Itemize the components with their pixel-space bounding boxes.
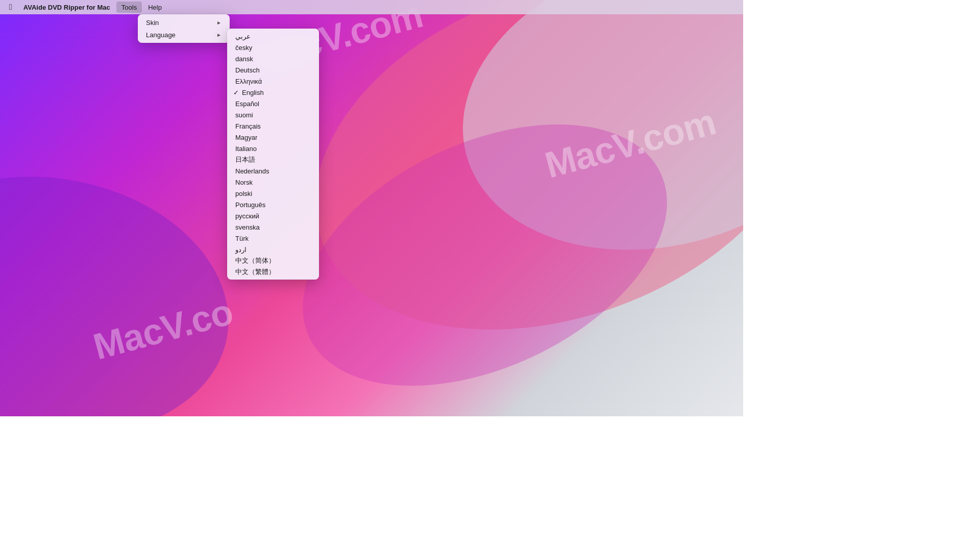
skin-submenu-arrow: ►: [216, 20, 222, 26]
tools-skin-label: Skin: [146, 19, 159, 27]
lang-label-greek: Ελληνικά: [235, 78, 262, 85]
apple-menu[interactable]: : [4, 2, 17, 13]
lang-item-russian[interactable]: русский: [227, 210, 319, 221]
lang-label-english: English: [242, 89, 264, 96]
lang-label-french: Français: [235, 122, 261, 130]
english-checkmark: ✓: [233, 89, 239, 96]
tools-skin-item[interactable]: Skin ►: [138, 16, 230, 29]
lang-item-danish[interactable]: dansk: [227, 53, 319, 64]
lang-label-turkish: Türk: [235, 235, 249, 242]
lang-label-polish: polski: [235, 190, 252, 197]
lang-item-finnish[interactable]: suomi: [227, 109, 319, 120]
lang-item-polish[interactable]: polski: [227, 188, 319, 199]
lang-label-spanish: Español: [235, 100, 259, 108]
lang-item-arabic[interactable]: عربي: [227, 31, 319, 42]
lang-item-japanese[interactable]: 日本語: [227, 154, 319, 165]
lang-item-french[interactable]: Français: [227, 120, 319, 132]
lang-label-danish: dansk: [235, 55, 253, 63]
language-submenu-arrow: ►: [216, 32, 222, 38]
tools-menu-trigger[interactable]: Tools: [116, 2, 142, 13]
wave-overlay: [0, 0, 743, 416]
lang-label-dutch: Nederlands: [235, 167, 270, 175]
help-menu-trigger[interactable]: Help: [143, 2, 167, 13]
lang-item-turkish[interactable]: Türk: [227, 233, 319, 244]
lang-item-swedish[interactable]: svenska: [227, 221, 319, 233]
lang-label-chinese-simplified: 中文（简体）: [235, 256, 275, 265]
lang-label-hungarian: Magyar: [235, 134, 257, 141]
lang-label-norwegian: Norsk: [235, 179, 253, 186]
menubar-left:  AVAide DVD Ripper for Mac Tools Help: [4, 2, 167, 13]
lang-label-portuguese: Português: [235, 201, 265, 209]
lang-item-chinese-simplified[interactable]: 中文（简体）: [227, 255, 319, 266]
lang-item-spanish[interactable]: Español: [227, 98, 319, 109]
lang-label-russian: русский: [235, 212, 259, 220]
lang-label-czech: česky: [235, 44, 252, 52]
lang-item-chinese-traditional[interactable]: 中文（繁體）: [227, 266, 319, 278]
lang-label-italian: Italiano: [235, 145, 257, 153]
tools-language-item[interactable]: Language ►: [138, 29, 230, 41]
lang-item-urdu[interactable]: اردو: [227, 244, 319, 255]
tools-menu: Skin ► Language ►: [138, 14, 230, 43]
lang-label-finnish: suomi: [235, 111, 253, 119]
lang-label-arabic: عربي: [235, 33, 251, 40]
lang-item-dutch[interactable]: Nederlands: [227, 165, 319, 177]
lang-label-chinese-traditional: 中文（繁體）: [235, 267, 275, 277]
lang-label-urdu: اردو: [235, 246, 247, 254]
lang-item-german[interactable]: Deutsch: [227, 64, 319, 76]
svg-point-2: [0, 149, 249, 416]
lang-item-italian[interactable]: Italiano: [227, 143, 319, 154]
app-name[interactable]: AVAide DVD Ripper for Mac: [18, 2, 115, 13]
language-submenu: عربي česky dansk Deutsch Ελληνικά ✓ Engl…: [227, 29, 319, 280]
tools-language-label: Language: [146, 31, 176, 39]
lang-label-german: Deutsch: [235, 66, 260, 74]
lang-label-swedish: svenska: [235, 223, 260, 231]
lang-item-greek[interactable]: Ελληνικά: [227, 76, 319, 87]
lang-item-portuguese[interactable]: Português: [227, 199, 319, 210]
lang-item-hungarian[interactable]: Magyar: [227, 132, 319, 143]
lang-label-japanese: 日本語: [235, 155, 255, 164]
lang-item-english[interactable]: ✓ English: [227, 87, 319, 98]
lang-item-norwegian[interactable]: Norsk: [227, 177, 319, 188]
menubar:  AVAide DVD Ripper for Mac Tools Help: [0, 0, 743, 14]
lang-item-czech[interactable]: česky: [227, 42, 319, 53]
